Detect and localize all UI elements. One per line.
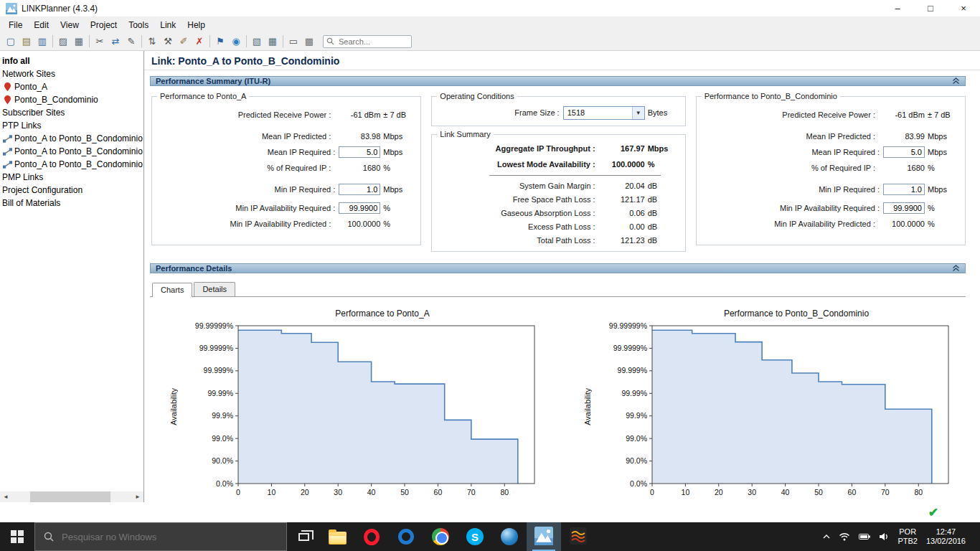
svg-text:99.9%: 99.9%: [626, 411, 647, 420]
task-view-button[interactable]: [287, 522, 320, 551]
svg-text:99.9999%: 99.9999%: [199, 344, 232, 352]
section-performance-summary[interactable]: Performance Summary (ITU-R): [150, 76, 966, 86]
scroll-right-icon[interactable]: ►: [132, 491, 143, 502]
sidebar-item-project-configuration[interactable]: Project Configuration: [0, 184, 143, 197]
minimize-button[interactable]: –: [881, 0, 914, 17]
delete-icon[interactable]: ✗: [192, 34, 207, 49]
sidebar-item-bill-of-materials[interactable]: Bill of Materials: [0, 197, 143, 209]
min-ip-required-input[interactable]: [339, 184, 380, 195]
collapse-chevrons-icon[interactable]: [952, 265, 960, 272]
field-unit: Mbps: [645, 144, 678, 153]
sidebar-item-link-1[interactable]: Ponto_A to Ponto_B_Condominio: [0, 132, 143, 145]
new-file-icon[interactable]: ▢: [3, 34, 19, 49]
sidebar-item-link-3[interactable]: Ponto_A to Ponto_B_Condominio: [0, 158, 143, 171]
scrollbar-track[interactable]: [11, 491, 132, 502]
search-input[interactable]: [337, 37, 408, 47]
tools-icon[interactable]: ⚒: [160, 34, 176, 49]
taskbar-search[interactable]: [34, 522, 287, 551]
frame-size-select[interactable]: 1518 ▼: [563, 106, 645, 120]
mean-ip-required-input[interactable]: [339, 146, 380, 158]
groupbox-title: Operating Conditions: [437, 92, 517, 100]
sidebar-item-info-all[interactable]: info all: [0, 55, 143, 67]
section-performance-details[interactable]: Performance Details: [150, 263, 966, 273]
collapse-chevrons-icon[interactable]: [952, 77, 960, 85]
taskbar-app-orange-waves[interactable]: [561, 522, 595, 551]
sidebar-item-ponto-b-condominio[interactable]: Ponto_B_Condominio: [0, 93, 143, 106]
copy-icon[interactable]: ▨: [55, 34, 71, 49]
blue-ring-app-icon: [398, 529, 414, 545]
menu-help[interactable]: Help: [182, 19, 211, 32]
open-file-icon[interactable]: ▤: [19, 34, 34, 49]
wifi-icon[interactable]: [839, 532, 850, 541]
field-unit: dB: [645, 222, 678, 231]
clock[interactable]: 12:47 13/02/2016: [926, 527, 966, 546]
field-label: Min IP Availability Required :: [159, 204, 339, 212]
field-unit: Bytes: [645, 108, 678, 117]
sidebar-item-label: Ponto_A to Ponto_B_Condominio: [14, 159, 143, 169]
maximize-button[interactable]: □: [914, 0, 947, 17]
menu-view[interactable]: View: [55, 19, 85, 32]
toolbar-separator: [209, 35, 210, 47]
tab-details[interactable]: Details: [194, 282, 235, 296]
taskbar-app-opera[interactable]: [354, 522, 389, 551]
menu-tools[interactable]: Tools: [123, 19, 154, 32]
menu-edit[interactable]: Edit: [28, 19, 55, 32]
field-label: Free Space Path Loss :: [439, 195, 598, 204]
start-button[interactable]: [0, 522, 34, 551]
tab-charts[interactable]: Charts: [152, 283, 192, 297]
min-availability-required-input[interactable]: [339, 202, 380, 214]
tray-chevron-up-icon[interactable]: [823, 534, 830, 539]
taskbar-app-linkplanner[interactable]: [527, 522, 561, 551]
site-icon: [2, 83, 13, 91]
menu-project[interactable]: Project: [85, 19, 123, 32]
image-icon[interactable]: ▩: [301, 34, 317, 49]
menu-file[interactable]: File: [3, 19, 28, 32]
mean-ip-required-input[interactable]: [883, 146, 925, 158]
svg-text:80: 80: [500, 488, 509, 496]
reorder-icon[interactable]: ⇅: [144, 34, 160, 49]
layers-icon[interactable]: ▧: [249, 34, 265, 49]
cut-icon[interactable]: ✂: [92, 34, 108, 49]
sidebar-item-subscriber-sites[interactable]: Subscriber Sites: [0, 106, 143, 119]
globe-icon[interactable]: ◉: [228, 34, 244, 49]
grid-icon[interactable]: ▦: [265, 34, 281, 49]
scrollbar-thumb[interactable]: [30, 491, 110, 502]
page-title: Link: Ponto_A to Ponto_B_Condominio: [144, 51, 980, 70]
sidebar-item-network-sites[interactable]: Network Sites: [0, 67, 143, 80]
taskbar-app-file-explorer[interactable]: [320, 522, 354, 551]
keyboard-layout: PTB2: [897, 537, 918, 546]
link-nodes-icon[interactable]: ⇄: [108, 34, 123, 49]
print-icon[interactable]: ▭: [286, 34, 301, 49]
paste-icon[interactable]: ▦: [71, 34, 87, 49]
taskbar-app-skype[interactable]: [458, 522, 492, 551]
scroll-left-icon[interactable]: ◄: [0, 491, 11, 502]
field-unit: Mbps: [925, 132, 958, 141]
groupbox-title: Link Summary: [437, 130, 493, 138]
min-availability-required-input[interactable]: [883, 202, 925, 214]
close-button[interactable]: ×: [947, 0, 980, 17]
sidebar-horizontal-scrollbar[interactable]: ◄ ►: [0, 491, 143, 502]
field-label: Frame Size :: [439, 108, 562, 117]
taskbar-app-blue-ring[interactable]: [389, 522, 423, 551]
sidebar-item-link-2[interactable]: Ponto_A to Ponto_B_Condominio: [0, 145, 143, 158]
chevron-down-icon[interactable]: ▼: [632, 107, 644, 119]
min-ip-required-input[interactable]: [883, 184, 925, 195]
edit-wand-icon[interactable]: ✐: [176, 34, 192, 49]
taskbar-app-chrome[interactable]: [423, 522, 458, 551]
pencil-icon[interactable]: ✎: [123, 34, 139, 49]
svg-text:50: 50: [814, 488, 823, 496]
taskbar-app-blue-swirl[interactable]: [492, 522, 527, 551]
language-indicator[interactable]: POR PTB2: [897, 527, 918, 546]
taskbar-search-input[interactable]: [60, 531, 240, 543]
battery-icon[interactable]: [859, 533, 870, 540]
sidebar-item-ponto-a[interactable]: Ponto_A: [0, 80, 143, 93]
field-label: Predicted Receive Power :: [704, 110, 879, 119]
flag-icon[interactable]: ⚑: [212, 34, 228, 49]
menu-link[interactable]: Link: [154, 19, 182, 32]
field-label: Mean IP Predicted :: [704, 132, 879, 141]
save-icon[interactable]: ▥: [34, 34, 50, 49]
speaker-icon[interactable]: [879, 532, 889, 541]
field-label: Predicted Receive Power :: [159, 110, 334, 119]
sidebar-item-pmp-links[interactable]: PMP Links: [0, 171, 143, 184]
sidebar-item-ptp-links[interactable]: PTP Links: [0, 119, 143, 132]
